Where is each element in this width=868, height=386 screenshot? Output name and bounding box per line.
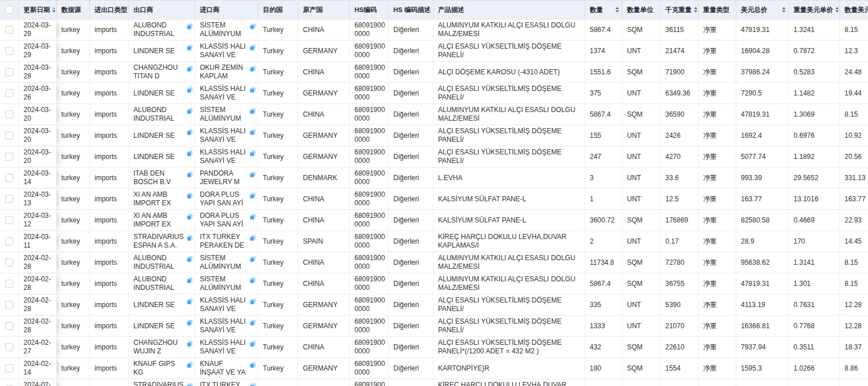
sort-icon[interactable] [780,7,786,13]
row-checkbox[interactable] [5,132,13,140]
copy-icon[interactable] [250,129,256,136]
row-checkbox[interactable] [5,237,13,245]
copy-icon[interactable] [187,87,193,93]
row-checkbox[interactable] [5,322,13,330]
cell-trade_type: imports [90,316,129,337]
cell-destination_country: Turkey [258,337,298,358]
column-header-kg_weight[interactable]: 千克重量 [661,1,699,19]
copy-icon[interactable] [187,341,193,347]
cell-update_date: 2024-02-28 [19,252,57,273]
row-checkbox[interactable] [5,110,13,118]
cell-text: KLASSİS HALI SANAYİ VE TİCARET ANONİM [200,317,248,335]
sort-icon[interactable] [613,7,619,13]
table-row: 2024-03-29turkeyimportsALUBOND INDUSTRIA… [0,19,868,41]
cell-hs_code: 680919000000 [350,146,389,168]
row-checkbox[interactable] [5,89,13,97]
cell-exporter: CHANGZHOU WUJIN Z HONGTIAN COMPUTER [129,337,195,358]
copy-icon[interactable] [187,320,193,326]
cell-hs_code_desc: Diğerleri [389,358,433,379]
copy-icon[interactable] [250,23,256,30]
copy-icon[interactable] [187,129,193,136]
cell-importer: KLASSİS HALI SANAYİ VE TİCARET ANONİM [195,337,258,358]
copy-icon[interactable] [250,172,256,178]
copy-icon[interactable] [250,277,256,284]
copy-icon[interactable] [250,45,256,51]
copy-icon[interactable] [187,172,193,178]
row-checkbox[interactable] [5,280,13,288]
copy-icon[interactable] [250,341,256,347]
table-row: 2024-03-13turkeyimportsXI AN AMB IMPORT … [0,189,868,210]
row-checkbox[interactable] [5,26,13,34]
cell-product_desc: KARTONPİYE}R [433,358,585,379]
column-header-usd_per_qty[interactable]: 数量美元单价 [840,1,868,19]
copy-icon[interactable] [187,299,193,305]
copy-icon[interactable] [187,108,193,114]
copy-icon[interactable] [250,150,256,157]
cell-usd_per_weight: 1.3241 [789,19,840,41]
cell-origin_country: DENMARK [298,168,350,189]
cell-weight_type: 净重 [699,273,736,295]
copy-icon[interactable] [187,214,193,220]
copy-icon[interactable] [187,45,193,51]
row-checkbox[interactable] [5,195,13,203]
row-checkbox[interactable] [5,68,13,76]
cell-hs_code_desc: Diğerleri [389,273,433,295]
column-header-quantity[interactable]: 数量 [585,1,622,19]
copy-icon[interactable] [187,362,193,368]
cell-weight_type: 净重 [699,358,736,379]
copy-icon[interactable] [187,256,193,262]
copy-icon[interactable] [187,66,193,72]
cell-usd_per_weight: 1.0266 [789,358,840,379]
cell-usd_total: 95638.62 [736,252,789,273]
cell-text: KLASSİS HALI SANAYİ VE TİCARET ANONİM [200,339,248,356]
sort-icon[interactable] [692,7,697,13]
copy-icon[interactable] [250,66,256,72]
copy-icon[interactable] [250,108,256,114]
copy-icon[interactable] [250,214,256,220]
cell-quantity: 247 [585,146,622,168]
copy-icon[interactable] [250,383,256,386]
cell-destination_country: Turkey [258,189,298,210]
cell-text: KNAUF İNŞAAT VE YA PI ELEMANLARI SANA [200,360,248,377]
cell-usd_total: 5077.74 [736,146,789,168]
column-label: 原产国 [303,6,323,14]
copy-icon[interactable] [250,320,256,326]
column-header-usd_total[interactable]: 美元总价 [736,1,789,19]
sort-icon[interactable] [833,7,839,13]
row-checkbox[interactable] [5,47,13,55]
copy-icon[interactable] [187,193,193,199]
copy-icon[interactable] [187,23,193,30]
row-checkbox[interactable] [5,174,13,182]
cell-destination_country: Turkey [258,104,298,125]
select-all-checkbox[interactable] [5,6,13,14]
copy-icon[interactable] [187,150,193,157]
column-label: 更新日期 [23,6,50,14]
row-checkbox[interactable] [5,301,13,309]
cell-usd_total: 4113.19 [736,295,789,316]
cell-weight_type: 净重 [699,146,736,168]
copy-icon[interactable] [250,235,256,241]
row-checkbox[interactable] [5,258,13,266]
row-checkbox[interactable] [5,343,13,351]
copy-icon[interactable] [250,193,256,199]
cell-data_source: turkey [57,104,90,125]
row-checkbox[interactable] [5,364,13,372]
copy-icon[interactable] [250,299,256,305]
cell-exporter: ALUBOND INDUSTRIAL CO., LTD [129,104,195,125]
sort-icon[interactable] [50,7,56,13]
copy-icon[interactable] [250,256,256,262]
copy-icon[interactable] [250,362,256,368]
cell-quantity_unit: UNT [622,125,661,146]
copy-icon[interactable] [187,235,193,241]
row-checkbox[interactable] [5,216,13,224]
copy-icon[interactable] [187,277,193,284]
row-select-cell [0,337,19,358]
copy-icon[interactable] [187,383,193,386]
column-header-data_source: 数据源 [57,1,90,19]
column-header-usd_per_weight[interactable]: 重量美元单价 [789,1,840,19]
row-select-cell [0,104,19,125]
copy-icon[interactable] [250,87,256,93]
row-checkbox[interactable] [5,153,13,161]
column-header-update_date[interactable]: 更新日期 [19,1,57,19]
cell-weight_type: 净重 [699,316,736,337]
